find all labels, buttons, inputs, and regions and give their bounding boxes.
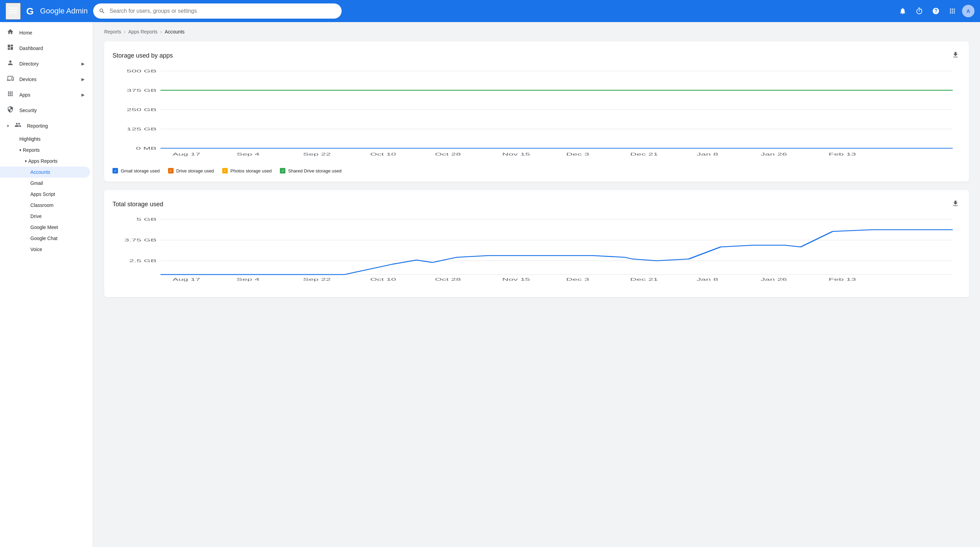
sidebar-item-apps-reports[interactable]: ▾ Apps Reports bbox=[0, 155, 90, 166]
sidebar-item-voice[interactable]: Voice bbox=[0, 244, 90, 255]
apps-expand-icon: ▶ bbox=[81, 92, 84, 97]
breadcrumb: Reports › Apps Reports › Accounts bbox=[104, 29, 969, 35]
svg-text:Sep 4: Sep 4 bbox=[236, 152, 259, 157]
directory-expand-icon: ▶ bbox=[81, 62, 84, 66]
sidebar-item-security[interactable]: Security bbox=[0, 102, 90, 118]
sidebar-item-gmail[interactable]: Gmail bbox=[0, 178, 90, 189]
storage-by-apps-chart: 500 GB 375 GB 250 GB 125 GB 0 MB Aug 17 … bbox=[113, 67, 961, 164]
apps-icon bbox=[7, 90, 14, 99]
legend-gmail[interactable]: ✓ Gmail storage used bbox=[113, 168, 160, 173]
svg-text:Nov 15: Nov 15 bbox=[502, 152, 530, 157]
sidebar-label-apps-script: Apps Script bbox=[30, 192, 55, 197]
svg-text:Sep 22: Sep 22 bbox=[303, 277, 331, 281]
legend-shared-drive-checkbox[interactable]: ✓ bbox=[280, 168, 285, 173]
devices-icon bbox=[7, 75, 14, 84]
sidebar-item-apps[interactable]: Apps ▶ bbox=[0, 87, 90, 102]
legend-shared-drive[interactable]: ✓ Shared Drive storage used bbox=[280, 168, 342, 173]
svg-text:Jan 26: Jan 26 bbox=[760, 152, 787, 157]
sidebar: Home Dashboard Directory ▶ Devices ▶ bbox=[0, 22, 93, 547]
legend-shared-drive-label: Shared Drive storage used bbox=[288, 168, 342, 173]
legend-drive[interactable]: ✓ Drive storage used bbox=[168, 168, 214, 173]
search-bar[interactable] bbox=[93, 3, 342, 19]
svg-text:Oct 10: Oct 10 bbox=[370, 277, 396, 281]
svg-text:Nov 15: Nov 15 bbox=[502, 277, 530, 281]
reporting-expand-icon: ▾ bbox=[7, 124, 9, 128]
sidebar-item-highlights[interactable]: Highlights bbox=[0, 133, 90, 144]
svg-text:Jan 8: Jan 8 bbox=[697, 152, 718, 157]
storage-by-apps-card: Storage used by apps 500 GB 375 GB 250 G bbox=[104, 41, 969, 182]
storage-by-apps-title: Storage used by apps bbox=[113, 52, 173, 59]
svg-text:3.75 GB: 3.75 GB bbox=[124, 238, 157, 242]
avatar[interactable]: A bbox=[962, 5, 974, 17]
legend-drive-checkbox[interactable]: ✓ bbox=[168, 168, 173, 173]
svg-text:125 GB: 125 GB bbox=[127, 127, 156, 131]
download-storage-button[interactable] bbox=[950, 50, 961, 62]
sidebar-item-drive[interactable]: Drive bbox=[0, 211, 90, 222]
download-total-button[interactable] bbox=[950, 198, 961, 210]
sidebar-item-apps-script[interactable]: Apps Script bbox=[0, 189, 90, 200]
svg-rect-1 bbox=[9, 10, 17, 11]
sidebar-label-reports: Reports bbox=[23, 147, 40, 153]
svg-text:Aug 17: Aug 17 bbox=[173, 152, 200, 157]
svg-rect-0 bbox=[9, 8, 17, 9]
sidebar-item-accounts[interactable]: Accounts bbox=[0, 166, 90, 178]
card-header-storage: Storage used by apps bbox=[113, 50, 961, 62]
sidebar-label-apps: Apps bbox=[19, 92, 30, 98]
legend-photos-checkbox[interactable]: ✓ bbox=[222, 168, 228, 173]
svg-text:Jan 8: Jan 8 bbox=[697, 277, 718, 281]
storage-by-apps-legend: ✓ Gmail storage used ✓ Drive storage use… bbox=[113, 168, 961, 173]
legend-drive-label: Drive storage used bbox=[176, 168, 214, 173]
devices-expand-icon: ▶ bbox=[81, 77, 84, 82]
breadcrumb-apps-reports[interactable]: Apps Reports bbox=[128, 29, 158, 35]
reports-expand-icon: ▾ bbox=[19, 148, 21, 152]
sidebar-item-directory[interactable]: Directory ▶ bbox=[0, 56, 90, 71]
svg-text:Oct 10: Oct 10 bbox=[370, 152, 396, 157]
breadcrumb-current: Accounts bbox=[165, 29, 185, 35]
notification-button[interactable] bbox=[896, 4, 910, 18]
svg-text:Oct 28: Oct 28 bbox=[435, 277, 461, 281]
breadcrumb-reports[interactable]: Reports bbox=[104, 29, 121, 35]
sidebar-label-directory: Directory bbox=[19, 61, 39, 67]
legend-gmail-checkbox[interactable]: ✓ bbox=[113, 168, 118, 173]
breadcrumb-sep-1: › bbox=[124, 29, 126, 35]
sidebar-item-home[interactable]: Home bbox=[0, 25, 90, 40]
legend-gmail-label: Gmail storage used bbox=[121, 168, 160, 173]
sidebar-label-google-chat: Google Chat bbox=[30, 236, 57, 241]
svg-text:250 GB: 250 GB bbox=[127, 107, 156, 112]
svg-text:Sep 4: Sep 4 bbox=[236, 277, 259, 281]
sidebar-item-google-chat[interactable]: Google Chat bbox=[0, 233, 90, 244]
svg-rect-2 bbox=[9, 13, 17, 13]
total-storage-chart: 5 GB 3.75 GB 2.5 GB Aug 17 Sep 4 Sep 22 … bbox=[113, 216, 961, 285]
sidebar-label-gmail: Gmail bbox=[30, 181, 43, 186]
sidebar-label-google-meet: Google Meet bbox=[30, 225, 58, 230]
directory-icon bbox=[7, 59, 14, 68]
svg-text:Dec 3: Dec 3 bbox=[566, 277, 589, 281]
logo-text: Google Admin bbox=[40, 6, 88, 16]
help-button[interactable] bbox=[929, 4, 943, 18]
search-icon bbox=[99, 8, 105, 14]
sidebar-label-highlights: Highlights bbox=[19, 136, 40, 142]
main-layout: Home Dashboard Directory ▶ Devices ▶ bbox=[0, 22, 980, 547]
search-input[interactable] bbox=[110, 8, 336, 14]
svg-text:Feb 13: Feb 13 bbox=[829, 152, 856, 157]
sidebar-item-classroom[interactable]: Classroom bbox=[0, 200, 90, 211]
sidebar-label-dashboard: Dashboard bbox=[19, 46, 43, 51]
svg-text:Feb 13: Feb 13 bbox=[829, 277, 856, 281]
sidebar-item-devices[interactable]: Devices ▶ bbox=[0, 71, 90, 87]
dashboard-icon bbox=[7, 44, 14, 52]
svg-text:Dec 3: Dec 3 bbox=[566, 152, 589, 157]
svg-text:2.5 GB: 2.5 GB bbox=[129, 258, 156, 263]
sidebar-label-classroom: Classroom bbox=[30, 203, 54, 208]
sidebar-item-reporting[interactable]: ▾ Reporting bbox=[0, 118, 90, 133]
apps-button[interactable] bbox=[945, 4, 959, 18]
sidebar-item-google-meet[interactable]: Google Meet bbox=[0, 222, 90, 233]
reporting-icon bbox=[14, 121, 21, 130]
app-logo: G Google Admin bbox=[26, 6, 88, 17]
timer-button[interactable] bbox=[912, 4, 926, 18]
header-actions: A bbox=[896, 4, 974, 18]
menu-icon[interactable] bbox=[6, 3, 21, 20]
legend-photos[interactable]: ✓ Photos storage used bbox=[222, 168, 272, 173]
sidebar-item-dashboard[interactable]: Dashboard bbox=[0, 40, 90, 56]
svg-text:500 GB: 500 GB bbox=[127, 69, 156, 73]
sidebar-item-reports[interactable]: ▾ Reports bbox=[0, 144, 90, 155]
